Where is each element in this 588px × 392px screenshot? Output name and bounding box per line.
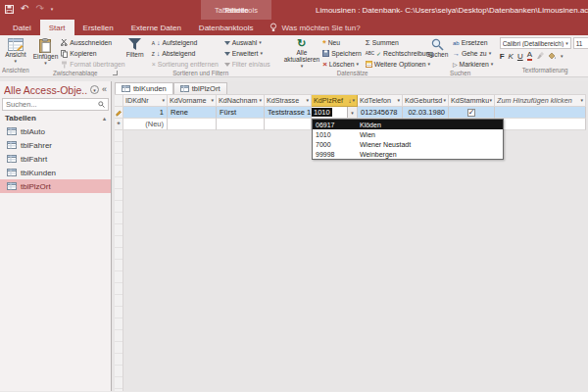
dropdown-option[interactable]: 06917 Klöden — [313, 120, 503, 129]
save-record-button[interactable]: Speichern — [321, 48, 363, 59]
dropdown-option[interactable]: 1010 Wien — [313, 129, 503, 139]
filter-button[interactable]: Filtern — [122, 37, 149, 58]
column-header[interactable]: KdVorname ↓ ▾ — [168, 95, 217, 107]
dropdown-ort: Wiener Neustadt — [356, 141, 503, 148]
cell-strasse[interactable]: Teststrasse 14 — [265, 107, 312, 119]
nav-table-item[interactable]: tblKunden — [0, 166, 111, 179]
cell-add-new[interactable] — [495, 107, 586, 119]
cell-stammkunde[interactable]: ✓ — [449, 107, 495, 119]
datasheet-header-row: IDKdNr ↓ ▾ KdVorname ↓ ▾ KdNachnam ↓ ▾ K… — [115, 94, 586, 107]
cell-vorname[interactable]: Rene — [168, 107, 217, 119]
column-filter-caret-icon[interactable]: ▾ — [397, 98, 400, 103]
select-button[interactable]: ▷ Markieren ▾ — [452, 59, 496, 70]
select-all-cell[interactable] — [115, 95, 123, 107]
font-size-select[interactable]: 11 — [573, 37, 588, 49]
column-header[interactable]: Zum Hinzufügen klicken ↓ ▾ — [495, 95, 586, 107]
dropdown-option[interactable]: 7000 Wiener Neustadt — [313, 139, 503, 149]
dropdown-plz: 99998 — [313, 151, 356, 158]
collapse-group-icon[interactable]: ▴ — [103, 115, 106, 122]
cell-telefon[interactable]: 012345678 — [358, 107, 403, 119]
combo-dropdown-icon[interactable]: ▾ — [347, 107, 357, 118]
nav-search-box[interactable] — [2, 98, 109, 111]
column-filter-caret-icon[interactable]: ▾ — [443, 98, 446, 103]
ribbon-tab[interactable]: Externe Daten — [122, 20, 190, 35]
more-options-button[interactable]: Weitere Optionen ▾ — [365, 59, 423, 70]
access-window: ↶ ↷ ▾ Tabellentools Limousinen : Datenba… — [0, 0, 588, 392]
font-name-select[interactable]: Calibri (Detailbereich) ▾ — [500, 37, 571, 49]
bold-button[interactable]: F — [500, 52, 505, 61]
tell-me-box[interactable]: Was möchten Sie tun? — [262, 20, 368, 35]
totals-button[interactable]: Σ Summen — [365, 37, 423, 48]
copy-button[interactable]: Kopieren — [60, 48, 125, 59]
nav-search-input[interactable] — [6, 100, 98, 109]
nav-group-tables[interactable]: Tabellen ▴ — [0, 112, 111, 124]
sort-descending-button[interactable]: Z↓ Absteigend — [151, 48, 221, 59]
column-header[interactable]: KdTelefon ↓ ▾ — [358, 95, 403, 107]
column-filter-caret-icon[interactable]: ▾ — [580, 98, 583, 103]
document-tab[interactable]: tblPlzOrt — [173, 82, 227, 94]
cut-button[interactable]: Ausschneiden — [60, 37, 125, 48]
nav-table-item[interactable]: tblPlzOrt — [0, 179, 111, 193]
spelling-button[interactable]: ABC✓ Rechtschreibung — [365, 48, 423, 59]
shutter-bar-close-icon[interactable]: « — [102, 85, 107, 94]
cell-plzref-combobox[interactable]: 1010 ▾ — [312, 107, 358, 119]
customize-qat-icon[interactable]: ▾ — [51, 3, 54, 15]
cell-new[interactable] — [265, 119, 312, 130]
cell-geburtsdatum[interactable]: 02.03.1980 — [403, 107, 449, 119]
column-filter-caret-icon[interactable]: ▾ — [306, 98, 309, 103]
nav-table-item[interactable]: tblFahrt — [0, 152, 111, 166]
nav-table-label: tblKunden — [21, 169, 56, 177]
font-color-button[interactable]: A — [527, 51, 532, 61]
column-filter-caret-icon[interactable]: ▾ — [162, 98, 165, 103]
replace-button[interactable]: ab Ersetzen — [452, 37, 496, 48]
italic-button[interactable]: K — [509, 52, 514, 61]
new-record-button[interactable]: * Neu — [321, 37, 363, 48]
column-header[interactable]: KdGeburtsd ↓ ▾ — [403, 95, 449, 107]
selection-filter-button[interactable]: Auswahl ▾ — [223, 37, 280, 48]
paste-button[interactable]: Einfügen ▾ — [33, 37, 59, 66]
record-selector-new[interactable]: * — [115, 119, 123, 130]
cell-nachname[interactable]: Fürst — [217, 107, 265, 119]
highlighter-icon[interactable] — [536, 52, 544, 60]
ribbon-tab[interactable]: Tabelle — [201, 0, 271, 20]
view-button[interactable]: Ansicht ▾ — [5, 37, 25, 64]
column-header[interactable]: IDKdNr ↓ ▾ — [123, 95, 168, 107]
goto-button[interactable]: → Gehe zu ▾ — [452, 48, 496, 59]
clipboard-dialog-launcher-icon[interactable] — [113, 71, 118, 75]
cell-idkdnr[interactable]: 1 — [123, 107, 168, 119]
sort-ascending-button[interactable]: A↓ Aufsteigend — [151, 37, 221, 48]
advanced-filter-button[interactable]: Erweitert ▾ — [223, 48, 280, 59]
save-record-icon — [322, 50, 329, 57]
undo-icon[interactable]: ↶ — [21, 3, 28, 15]
ribbon-tab[interactable]: Datei — [4, 20, 40, 35]
dropdown-option[interactable]: 99998 Weinbergen — [313, 149, 503, 159]
cell-new[interactable] — [217, 119, 265, 130]
column-header[interactable]: KdPlzRef ↓ ▾ — [312, 95, 358, 107]
underline-button[interactable]: U — [517, 52, 523, 61]
column-filter-caret-icon[interactable]: ▾ — [489, 98, 492, 103]
record-selector-edit[interactable] — [115, 107, 123, 119]
column-header[interactable]: KdStammku ↓ ▾ — [449, 95, 495, 107]
nav-table-item[interactable]: tblAuto — [0, 124, 111, 138]
checkbox[interactable]: ✓ — [467, 109, 475, 117]
fill-color-bucket-icon[interactable] — [548, 52, 557, 60]
refresh-all-button[interactable]: ↻ Alle aktualisieren ▾ — [284, 37, 319, 69]
ribbon-tab[interactable]: Datenbanktools — [190, 20, 263, 35]
table-icon — [7, 155, 17, 163]
delete-record-button[interactable]: × Löschen ▾ — [321, 59, 363, 70]
save-icon[interactable] — [5, 3, 14, 15]
column-filter-caret-icon[interactable]: ▾ — [211, 98, 214, 103]
column-header[interactable]: KdStrasse ↓ ▾ — [265, 95, 312, 107]
column-header[interactable]: KdNachnam ↓ ▾ — [217, 95, 265, 107]
cell-new[interactable] — [495, 119, 586, 130]
document-tab[interactable]: tblKunden — [115, 82, 173, 94]
ribbon-tab[interactable]: Erstellen — [74, 20, 122, 35]
ribbon-tab[interactable]: Start — [40, 20, 74, 35]
cell-new-id[interactable]: (Neu) — [123, 119, 168, 130]
cell-new[interactable] — [168, 119, 217, 130]
column-filter-caret-icon[interactable]: ▾ — [259, 98, 262, 103]
find-button[interactable]: Suchen — [425, 37, 450, 58]
column-filter-caret-icon[interactable]: ▾ — [352, 98, 355, 103]
nav-table-item[interactable]: tblFahrer — [0, 138, 111, 152]
nav-pane-menu-icon[interactable]: ▾ — [90, 85, 99, 94]
